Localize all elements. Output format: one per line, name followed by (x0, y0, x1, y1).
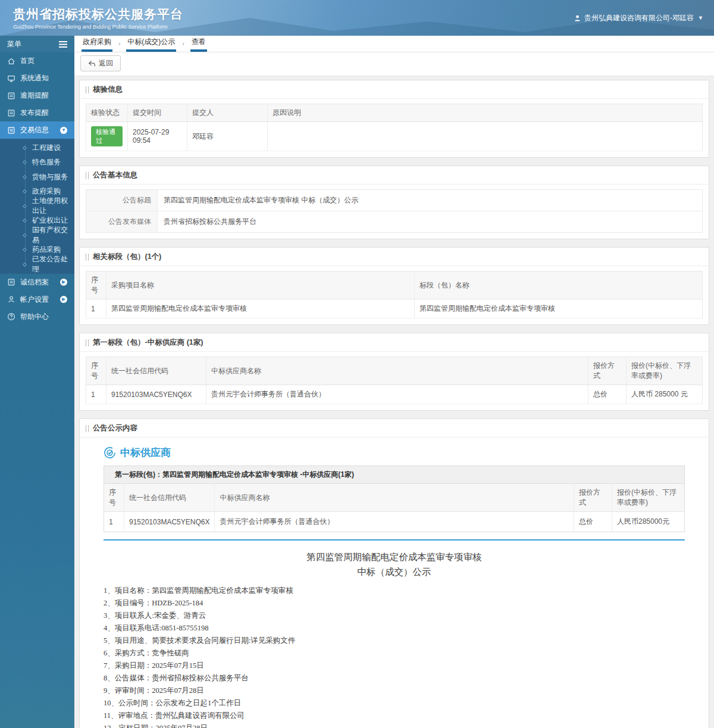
doc-paragraph: 4、项目联系电话:0851-85755198 (104, 622, 685, 635)
doc-paragraph: 2、项目编号：HDZB-2025-184 (104, 597, 685, 610)
supplier-name: 贵州元宇会计师事务所（普通合伙） (215, 512, 574, 532)
monitor-icon (7, 74, 15, 83)
document-icon (7, 92, 15, 100)
doc-paragraph: 3、项目联系人:宋金委、游青云 (104, 610, 685, 622)
notice-title-value: 第四监管周期输配电定价成本监审专项审核 中标（成交）公示 (158, 190, 703, 211)
basic-info-table: 公告标题 第四监管周期输配电定价成本监审专项审核 中标（成交）公示 公告发布媒体… (86, 189, 703, 233)
chevron-right-icon: ▶ (60, 296, 67, 303)
basic-info-title: 公告基本信息 (80, 166, 709, 185)
quote-price: 人民币285000元 (612, 512, 685, 532)
doc-paragraph: 5、项目用途、简要技术要求及合同履行日期:详见采购文件 (104, 635, 685, 647)
sidebar-item-publish-reminder[interactable]: 发布提醒 (0, 104, 74, 121)
sidebar-menu-head: 菜单 (0, 36, 74, 52)
doc-paragraph: 12、定标日期：2025年07月28日 (104, 722, 685, 728)
doc-title-line1: 第四监管周期输配电定价成本监审专项审核 (104, 550, 685, 564)
announcement-body: 中标供应商 第一标段(包)：第四监管周期输配电定价成本监审专项审核 -中标供应商… (80, 438, 709, 728)
doc-paragraph: 11、评审地点：贵州弘典建设咨询有限公司 (104, 710, 685, 722)
section-marker (86, 254, 89, 261)
diamond-bullet (23, 248, 27, 252)
table-header-row: 序号 统一社会信用代码 中标供应商名称 报价方式 报价(中标价、下浮率或费率) (86, 357, 703, 385)
related-sections-table: 序号 采购项目名称 标段（包）名称 1 第四监管周期输配电定价成本监审专项审核 … (86, 271, 703, 318)
winner-table: 序号 统一社会信用代码 中标供应商名称 报价方式 报价(中标价、下浮率或费率) … (86, 357, 703, 404)
caret-down-icon: ▼ (698, 15, 703, 21)
document-icon (7, 126, 15, 135)
announcement-content-title: 公告公示内容 (80, 419, 709, 438)
table-header-row: 序号 统一社会信用代码 中标供应商名称 报价方式 报价(中标价、下浮率或费率) (104, 484, 685, 512)
doc-paragraphs: 1、项目名称：第四监管周期输配电定价成本监审专项审核 2、项目编号：HDZB-2… (104, 585, 685, 728)
sidebar-item-trade-info[interactable]: 交易信息 ▼ (0, 121, 74, 139)
related-sections-panel: 相关标段（包）(1个) 序号 采购项目名称 标段（包）名称 1 第四监管周期输配… (79, 247, 709, 325)
sidebar-item-account-settings[interactable]: 帐户设置 ▶ (0, 291, 74, 308)
trade-info-submenu: 工程建设 特色服务 货物与服务 政府采购 土地使用权出让 矿业权出让 国有产权交… (0, 139, 74, 274)
diamond-bullet (23, 175, 27, 179)
breadcrumb: 政府采购 › 中标(成交)公示 › 查看 (74, 36, 714, 52)
section-band: 第一标段(包)：第四监管周期输配电定价成本监审专项审核 -中标供应商(1家) (104, 465, 685, 483)
user-name: 贵州弘典建设咨询有限公司-邓廷容 (584, 13, 694, 23)
quote-method: 总价 (588, 385, 627, 404)
sidebar-subitem-land-use[interactable]: 土地使用权出让 (0, 199, 74, 214)
sidebar-item-overdue-reminder[interactable]: 逾期提醒 (0, 87, 74, 104)
home-icon (7, 57, 15, 65)
content-winner-table: 序号 统一社会信用代码 中标供应商名称 报价方式 报价(中标价、下浮率或费率) … (104, 483, 685, 532)
quote-method: 总价 (574, 512, 612, 532)
sidebar-item-system-notice[interactable]: 系统通知 (0, 70, 74, 87)
status-badge: 核验通过 (91, 126, 123, 146)
diamond-bullet (23, 204, 27, 208)
reason (268, 122, 703, 151)
table-header-row: 核验状态 提交时间 提交人 原因说明 (86, 104, 703, 122)
section-marker (86, 339, 89, 346)
section-marker (86, 425, 89, 432)
back-button[interactable]: 返回 (80, 55, 121, 71)
user-menu[interactable]: 贵州弘典建设咨询有限公司-邓廷容 ▼ (574, 13, 703, 23)
doc-paragraph: 8、公告媒体：贵州省招标投标公共服务平台 (104, 672, 685, 685)
table-row: 1 第四监管周期输配电定价成本监审专项审核 第四监管周期输配电定价成本监审专项审… (86, 299, 703, 318)
breadcrumb-view[interactable]: 查看 (190, 34, 207, 52)
sidebar-subitem-state-property[interactable]: 国有产权交易 (0, 228, 74, 243)
document-icon (7, 278, 15, 286)
breadcrumb-separator: › (118, 40, 120, 52)
table-row: 1 91520103MAC5YENQ6X 贵州元宇会计师事务所（普通合伙） 总价… (104, 512, 685, 532)
person-icon (7, 295, 15, 304)
section-marker (86, 172, 89, 179)
user-icon (574, 14, 581, 22)
back-icon (88, 60, 96, 67)
submitter: 邓廷容 (187, 122, 268, 151)
publish-media-value: 贵州省招标投标公共服务平台 (158, 211, 703, 233)
breadcrumb-gov-procurement[interactable]: 政府采购 (82, 34, 112, 52)
winning-supplier-heading: 中标供应商 (104, 446, 685, 460)
diamond-bullet (23, 160, 27, 164)
verify-table: 核验状态 提交时间 提交人 原因说明 核验通过 2025-07-29 09:54… (86, 104, 703, 151)
related-sections-title: 相关标段（包）(1个) (80, 248, 709, 266)
doc-paragraph: 10、公示时间：公示发布之日起1个工作日 (104, 697, 685, 710)
hamburger-icon[interactable] (59, 41, 67, 48)
doc-paragraph: 9、评审时间：2025年07月28日 (104, 685, 685, 697)
diamond-bullet (23, 233, 27, 238)
diamond-bullet (23, 218, 27, 223)
menu-label: 菜单 (7, 39, 21, 49)
credit-code: 91520103MAC5YENQ6X (107, 385, 206, 404)
table-row: 1 91520103MAC5YENQ6X 贵州元宇会计师事务所（普通合伙） 总价… (86, 385, 703, 404)
breadcrumb-award-notice[interactable]: 中标(成交)公示 (126, 34, 176, 52)
toolbar: 返回 (74, 52, 714, 76)
sidebar-item-integrity-archive[interactable]: 诚信档案 ▶ (0, 274, 74, 291)
quote-price: 人民币 285000 元 (627, 385, 703, 404)
doc-title-line2: 中标（成交）公示 (104, 565, 685, 579)
workspace: 核验信息 核验状态 提交时间 提交人 原因说明 核验通过 2025-07-29 … (74, 76, 714, 728)
sidebar-subitem-featured-services[interactable]: 特色服务 (0, 155, 74, 170)
sidebar-item-home[interactable]: 首页 (0, 52, 74, 70)
app-title: 贵州省招标投标公共服务平台 (13, 6, 183, 23)
diamond-bullet (23, 189, 27, 193)
credit-code: 91520103MAC5YENQ6X (124, 512, 215, 532)
brand: 贵州省招标投标公共服务平台 GuiZhou Province Tendering… (11, 6, 183, 30)
doc-paragraph: 6、采购方式：竞争性磋商 (104, 647, 685, 660)
basic-info-panel: 公告基本信息 公告标题 第四监管周期输配电定价成本监审专项审核 中标（成交）公示… (79, 165, 709, 239)
sidebar-item-help-center[interactable]: 帮助中心 (0, 308, 74, 326)
question-icon (7, 313, 15, 321)
chevron-down-icon: ▼ (60, 127, 67, 134)
diamond-bullet (23, 146, 27, 150)
sidebar-subitem-engineering[interactable]: 工程建设 (0, 140, 74, 155)
table-row: 公告发布媒体 贵州省招标投标公共服务平台 (86, 211, 703, 233)
sidebar-subitem-published-notices[interactable]: 已发公告处理 (0, 257, 74, 272)
main-content: 政府采购 › 中标(成交)公示 › 查看 返回 核验信息 (74, 36, 714, 728)
sidebar-subitem-goods-services[interactable]: 货物与服务 (0, 170, 74, 185)
